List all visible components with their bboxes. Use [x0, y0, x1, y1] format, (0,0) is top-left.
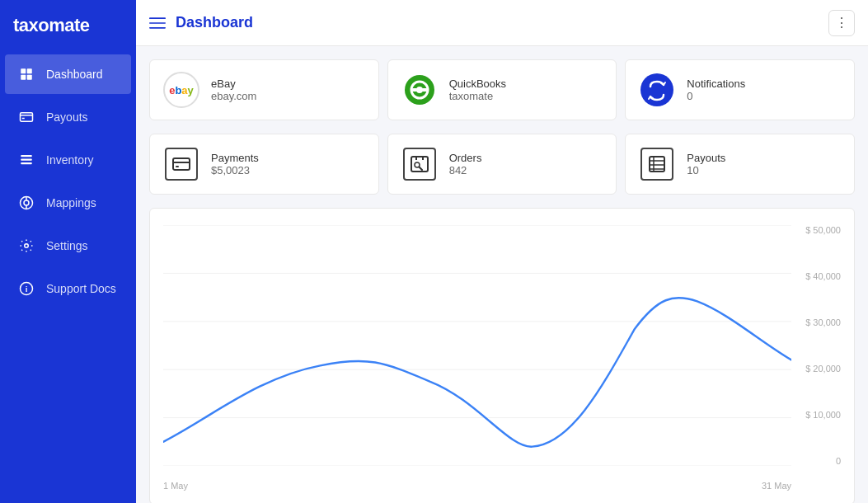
svg-point-14	[25, 244, 29, 248]
page-title: Dashboard	[176, 14, 828, 31]
mappings-icon	[18, 195, 35, 211]
chart-y-label-20k: $ 20,000	[805, 364, 841, 374]
chart-area: $ 50,000 $ 40,000 $ 30,000 $ 20,000 $ 10…	[163, 225, 841, 491]
payments-icon	[163, 146, 199, 182]
chart-y-label-0: 0	[805, 456, 841, 466]
settings-icon	[18, 237, 35, 254]
svg-rect-2	[21, 75, 26, 80]
svg-rect-3	[27, 75, 32, 80]
support-docs-icon: i	[18, 280, 35, 297]
sidebar-item-settings[interactable]: Settings	[5, 226, 131, 266]
svg-rect-7	[21, 155, 32, 157]
sidebar-item-dashboard[interactable]: Dashboard	[5, 54, 131, 94]
card-payouts[interactable]: Payouts 10	[625, 134, 855, 195]
app-logo: taxomate	[0, 0, 136, 53]
chart-container: $ 50,000 $ 40,000 $ 30,000 $ 20,000 $ 10…	[149, 208, 855, 503]
card-orders-value: 842	[449, 164, 482, 176]
svg-rect-18	[149, 22, 166, 24]
orders-icon	[401, 146, 438, 182]
card-payments[interactable]: Payments $5,0023	[149, 134, 379, 195]
card-notifications-value: 0	[687, 90, 745, 102]
cards-row-1: ebay eBay ebay.com	[149, 59, 855, 120]
sidebar-item-payouts[interactable]: Payouts	[5, 97, 131, 137]
card-payments-label: Payments	[211, 152, 259, 164]
sidebar-item-label: Settings	[46, 239, 88, 252]
chart-y-label-10k: $ 10,000	[805, 410, 841, 420]
card-quickbooks-value: taxomate	[449, 90, 506, 102]
card-ebay[interactable]: ebay eBay ebay.com	[149, 59, 379, 120]
sidebar-item-label: Support Docs	[46, 282, 116, 295]
chart-y-label-40k: $ 40,000	[805, 271, 841, 281]
svg-rect-4	[21, 113, 33, 122]
svg-rect-24	[421, 88, 428, 92]
sidebar-item-label: Inventory	[46, 153, 94, 167]
sidebar-item-label: Mappings	[46, 196, 96, 209]
payouts-nav-icon	[18, 109, 35, 125]
sidebar-item-support-docs[interactable]: i Support Docs	[5, 269, 131, 308]
sidebar-item-mappings[interactable]: Mappings	[5, 183, 131, 223]
card-quickbooks[interactable]: QuickBooks taxomate	[387, 59, 617, 120]
sidebar: taxomate Dashboard Payouts	[0, 0, 136, 503]
notifications-card-icon	[639, 72, 675, 108]
dashboard-icon	[18, 66, 35, 82]
sidebar-item-label: Payouts	[46, 110, 88, 124]
svg-rect-23	[411, 88, 418, 92]
more-options-button[interactable]: ⋮	[828, 10, 855, 36]
card-payouts-label: Payouts	[687, 152, 725, 164]
chart-x-label-start: 1 May	[163, 481, 188, 491]
svg-rect-0	[21, 68, 26, 73]
chart-x-labels: 1 May 31 May	[163, 481, 791, 491]
card-ebay-value: ebay.com	[211, 90, 256, 102]
svg-rect-9	[21, 162, 32, 164]
sidebar-item-label: Dashboard	[46, 68, 103, 81]
cards-row-2: Payments $5,0023	[149, 134, 855, 195]
svg-rect-19	[149, 27, 166, 29]
svg-point-11	[24, 200, 29, 205]
chart-y-label-30k: $ 30,000	[805, 317, 841, 327]
inventory-icon	[18, 152, 35, 168]
chart-x-label-end: 31 May	[762, 481, 791, 491]
card-orders-label: Orders	[449, 152, 482, 164]
menu-icon[interactable]	[149, 15, 166, 31]
chart-y-label-50k: $ 50,000	[805, 225, 841, 235]
card-payments-value: $5,0023	[211, 164, 259, 176]
card-payouts-value: 10	[687, 164, 725, 176]
card-notifications[interactable]: Notifications 0	[625, 59, 855, 120]
svg-rect-26	[173, 158, 190, 170]
more-options-icon: ⋮	[835, 15, 848, 31]
card-notifications-label: Notifications	[687, 78, 745, 90]
dashboard-content: ebay eBay ebay.com	[136, 46, 868, 503]
svg-text:i: i	[26, 284, 28, 294]
card-orders[interactable]: Orders 842	[387, 134, 617, 195]
svg-rect-17	[149, 17, 166, 19]
sidebar-item-inventory[interactable]: Inventory	[5, 140, 131, 180]
quickbooks-icon	[401, 72, 438, 108]
svg-rect-28	[176, 166, 179, 167]
chart-svg	[163, 225, 791, 466]
svg-rect-8	[21, 159, 32, 161]
header: Dashboard ⋮	[136, 0, 868, 46]
svg-rect-1	[27, 68, 32, 73]
card-ebay-label: eBay	[211, 78, 256, 90]
main-content: Dashboard ⋮ ebay eBay ebay.com	[136, 0, 868, 503]
card-quickbooks-label: QuickBooks	[449, 78, 506, 90]
chart-y-labels: $ 50,000 $ 40,000 $ 30,000 $ 20,000 $ 10…	[805, 225, 841, 466]
logo-text: taxomate	[13, 15, 90, 35]
ebay-icon: ebay	[163, 72, 199, 108]
svg-rect-6	[22, 118, 25, 120]
payouts-icon	[639, 146, 675, 182]
